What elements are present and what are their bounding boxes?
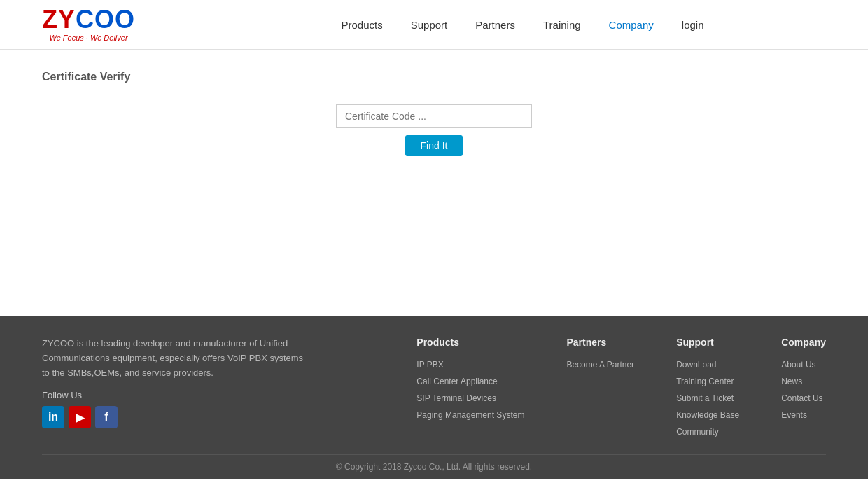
- footer-link-submit-ticket[interactable]: Submit a Ticket: [676, 390, 739, 407]
- footer-link-become-partner[interactable]: Become A Partner: [566, 356, 634, 373]
- footer-products-heading: Products: [416, 337, 524, 348]
- footer-col-products: Products IP PBX Call Center Appliance SI…: [416, 337, 524, 440]
- footer-top: ZYCOO is the leading developer and manuf…: [42, 337, 826, 440]
- certificate-form: Find It: [42, 104, 826, 156]
- footer-link-training-center[interactable]: Training Center: [676, 373, 739, 390]
- footer-company-heading: Company: [781, 337, 826, 348]
- footer-link-events[interactable]: Events: [781, 407, 826, 424]
- footer-link-ip-pbx[interactable]: IP PBX: [416, 356, 524, 373]
- footer-link-contact-us[interactable]: Contact Us: [781, 390, 826, 407]
- footer-support-heading: Support: [676, 337, 739, 348]
- footer-link-knowledge-base[interactable]: Knowledge Base: [676, 407, 739, 424]
- footer-link-about-us[interactable]: About Us: [781, 356, 826, 373]
- footer-col-support: Support DownLoad Training Center Submit …: [676, 337, 739, 440]
- footer-link-sip-terminal[interactable]: SIP Terminal Devices: [416, 390, 524, 407]
- certificate-code-input[interactable]: [336, 104, 532, 128]
- nav-company[interactable]: Company: [609, 19, 654, 31]
- copyright-text: © Copyright 2018 Zycoo Co., Ltd. All rig…: [336, 462, 532, 472]
- nav-training[interactable]: Training: [543, 19, 581, 31]
- logo-text: ZYCOO: [42, 7, 135, 32]
- facebook-icon[interactable]: f: [95, 406, 118, 428]
- footer-link-news[interactable]: News: [781, 373, 826, 390]
- footer-partners-heading: Partners: [566, 337, 634, 348]
- footer-link-download[interactable]: DownLoad: [676, 356, 739, 373]
- follow-us-label: Follow Us: [42, 390, 308, 400]
- logo[interactable]: ZYCOO We Focus · We Deliver: [42, 7, 135, 42]
- footer-col-partners: Partners Become A Partner: [566, 337, 634, 440]
- main-nav: Products Support Partners Training Compa…: [219, 19, 826, 31]
- social-icons: in ▶ f: [42, 406, 308, 428]
- nav-products[interactable]: Products: [342, 19, 383, 31]
- logo-tagline: We Focus · We Deliver: [49, 34, 127, 42]
- nav-partners[interactable]: Partners: [475, 19, 515, 31]
- footer-col-company: Company About Us News Contact Us Events: [781, 337, 826, 440]
- page-title: Certificate Verify: [42, 71, 826, 83]
- footer-link-paging[interactable]: Paging Management System: [416, 407, 524, 424]
- footer-about-text: ZYCOO is the leading developer and manuf…: [42, 337, 308, 380]
- footer-link-community[interactable]: Community: [676, 424, 739, 440]
- footer-follow: Follow Us in ▶ f: [42, 390, 308, 428]
- footer-link-call-center[interactable]: Call Center Appliance: [416, 373, 524, 390]
- footer-bottom: © Copyright 2018 Zycoo Co., Ltd. All rig…: [42, 454, 826, 472]
- linkedin-icon[interactable]: in: [42, 406, 64, 428]
- youtube-icon[interactable]: ▶: [69, 406, 91, 428]
- header: ZYCOO We Focus · We Deliver Products Sup…: [0, 0, 868, 50]
- nav-login[interactable]: login: [682, 19, 704, 31]
- footer: ZYCOO is the leading developer and manuf…: [0, 316, 868, 479]
- nav-support[interactable]: Support: [411, 19, 448, 31]
- footer-about-section: ZYCOO is the leading developer and manuf…: [42, 337, 308, 440]
- main-content: Certificate Verify Find It: [0, 50, 868, 316]
- footer-columns: Products IP PBX Call Center Appliance SI…: [336, 337, 826, 440]
- find-it-button[interactable]: Find It: [405, 135, 463, 156]
